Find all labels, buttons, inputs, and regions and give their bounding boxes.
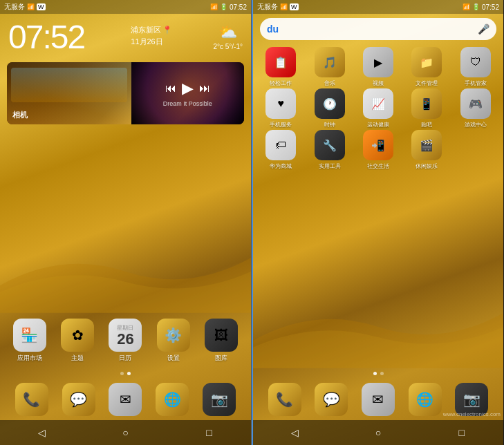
left-content: 07:52 浦东新区 📍 11月26日 ⛅ 2°c 5°/-1° [0,14,251,445]
camera-panel[interactable]: 相机 [7,62,131,124]
search-bar[interactable]: du 🎤 [260,18,496,40]
app-appstore-icon: 🏪 [13,319,46,352]
next-icon[interactable]: ⏭ [199,82,210,95]
app-tips[interactable]: 📱 贴吧 [403,88,450,129]
app-vmall-icon: 🏷 [265,130,296,160]
left-carrier: 无服务 [4,2,25,12]
app-vmall[interactable]: 🏷 华为商城 [257,130,304,170]
left-status-bar: 无服务 📶 W 📶 🔋 07:52 [0,0,251,14]
gold-wave-left [0,127,251,313]
right-nav-bar: ◁ ○ □ [253,420,503,445]
app-health-icon: 📈 [363,88,393,119]
left-app-grid: 🏪 应用市场 ✿ 主题 星期日 26 日历 ⚙️ 设置 🖼 图库 [0,313,251,368]
weather-icon: ⛅ [218,23,237,41]
app-theme[interactable]: ✿ 主题 [55,319,100,363]
play-icon[interactable]: ▶ [182,79,194,97]
app-theme-label: 主题 [71,354,84,363]
right-phone: 无服务 📶 W 📶 🔋 07:52 du 🎤 📋 轻松工作 🎵 音乐 [252,0,503,445]
right-status-left: 无服务 📶 W [257,2,299,12]
dock-camera-left[interactable]: 📷 [203,383,236,416]
app-gamecenter[interactable]: 🎮 游戏中心 [452,88,499,129]
dock-browser-right[interactable]: 🌐 [409,383,442,416]
app-empty [452,130,499,170]
media-widget: 相机 ⏮ ▶ ⏭ Dream It Possible [7,62,244,124]
left-nav-home[interactable]: ○ [112,427,140,438]
app-health-label: 运动健康 [367,121,389,129]
left-page-dots [0,368,251,379]
app-appstore[interactable]: 🏪 应用市场 [7,319,52,363]
weather-location: 浦东新区 📍 [131,25,172,35]
left-nav-recents[interactable]: □ [196,427,223,438]
app-tips-label: 贴吧 [421,121,432,129]
mic-icon[interactable]: 🎤 [478,23,489,35]
dock-message-left-icon: 💬 [62,383,95,416]
app-filemanager[interactable]: 📁 文件管理 [403,47,450,87]
dock-message-left[interactable]: 💬 [62,383,95,416]
dock-browser-left[interactable]: 🌐 [156,383,189,416]
search-logo: du [267,23,279,35]
app-gamecenter-icon: 🎮 [460,88,491,119]
right-carrier: 无服务 [257,2,278,12]
app-social-label: 社交生活 [367,162,389,170]
app-tools[interactable]: 🔧 实用工具 [306,130,353,170]
dock-message-right[interactable]: 💬 [315,383,348,416]
right-nav-home[interactable]: ○ [364,427,392,438]
app-video[interactable]: ▶ 视频 [355,47,402,87]
app-calendar[interactable]: 星期日 26 日历 [103,319,148,363]
app-gamecenter-label: 游戏中心 [465,121,487,129]
app-work[interactable]: 📋 轻松工作 [257,47,304,87]
left-phone: 无服务 📶 W 📶 🔋 07:52 07:52 浦东新区 📍 11月26日 ⛅ [0,0,252,445]
app-phoneservice[interactable]: ♥ 手机服务 [257,88,304,129]
camera-label: 相机 [12,110,126,120]
left-dot-1 [120,372,124,375]
app-video-icon: ▶ [363,47,393,77]
app-clock[interactable]: 🕐 时钟 [306,88,353,129]
app-work-label: 轻松工作 [270,79,292,87]
left-nav-bar: ◁ ○ □ [0,420,251,445]
weather-temp-area: ⛅ 2°c 5°/-1° [213,23,243,50]
app-calendar-label: 日历 [119,354,131,363]
app-social[interactable]: 📲 社交生活 [355,130,402,170]
app-phonemanager-icon: 🛡 [460,47,491,77]
left-status-left: 无服务 📶 W [4,2,46,12]
app-music-icon: 🎵 [315,47,345,77]
left-dock: 📞 💬 ✉ 🌐 📷 [0,379,251,420]
dock-mail-right-icon: ✉ [362,383,395,416]
app-health[interactable]: 📈 运动健康 [355,88,402,129]
app-tools-icon: 🔧 [315,130,345,160]
music-panel[interactable]: ⏮ ▶ ⏭ Dream It Possible [131,62,245,124]
app-tips-icon: 📱 [411,88,442,119]
dock-phone-left[interactable]: 📞 [15,383,48,416]
app-phonemanager-label: 手机管家 [465,79,487,87]
dock-message-right-icon: 💬 [315,383,348,416]
right-nav-recents[interactable]: □ [448,427,476,438]
right-content: du 🎤 📋 轻松工作 🎵 音乐 ▶ 视频 📁 文件管理 [253,14,503,445]
right-dot-2 [380,372,384,375]
app-gallery[interactable]: 🖼 图库 [199,319,244,363]
right-nav-back[interactable]: ◁ [281,427,308,438]
left-nav-back[interactable]: ◁ [28,427,56,438]
dock-phone-left-icon: 📞 [15,383,48,416]
dock-mail-right[interactable]: ✉ [362,383,395,416]
app-appstore-label: 应用市场 [17,354,42,363]
dock-browser-right-icon: 🌐 [409,383,442,416]
dock-camera-left-icon: 📷 [203,383,236,416]
right-page-dots [253,368,503,379]
watermark: www.cnelectronics.com [443,411,501,417]
app-music-label: 音乐 [324,79,335,87]
app-phonemanager[interactable]: 🛡 手机管家 [452,47,499,87]
app-clock-icon: 🕐 [315,88,345,119]
right-status-right: 📶 🔋 07:52 [463,3,499,11]
dock-browser-left-icon: 🌐 [156,383,189,416]
app-social-icon: 📲 [363,130,393,160]
dock-phone-right[interactable]: 📞 [268,383,301,416]
music-controls: ⏮ ▶ ⏭ [165,79,210,97]
dock-mail-left[interactable]: ✉ [109,383,142,416]
app-gallery-label: 图库 [215,354,227,363]
app-settings-icon: ⚙️ [157,319,190,352]
app-entertainment[interactable]: 🎬 休闲娱乐 [403,130,450,170]
app-music[interactable]: 🎵 音乐 [306,47,353,87]
app-clock-label: 时钟 [324,121,335,129]
prev-icon[interactable]: ⏮ [165,82,176,95]
app-settings[interactable]: ⚙️ 设置 [151,319,196,363]
